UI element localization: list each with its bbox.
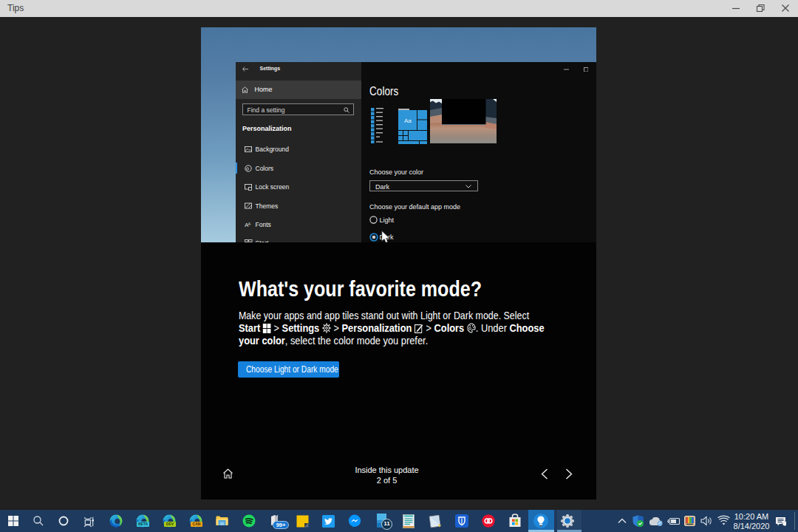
svg-text:Aa: Aa [404, 117, 412, 124]
svg-text:A: A [248, 222, 250, 226]
